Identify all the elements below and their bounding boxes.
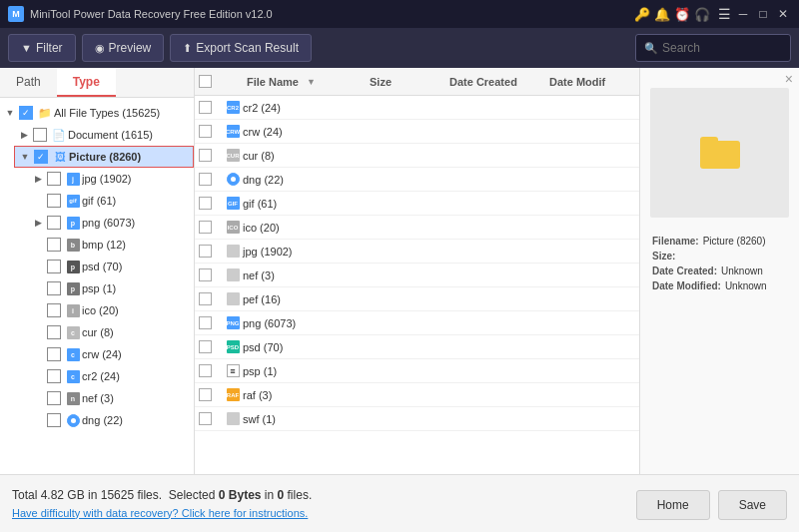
tree-checkbox[interactable] bbox=[47, 325, 61, 339]
tab-path[interactable]: Path bbox=[0, 68, 57, 97]
tree-checkbox[interactable] bbox=[47, 369, 61, 383]
tree-item-picture[interactable]: ▼ ✓ 🖼 Picture (8260) bbox=[14, 146, 194, 168]
tree-checkbox[interactable] bbox=[47, 260, 61, 273]
title-bar: M MiniTool Power Data Recovery Free Edit… bbox=[0, 0, 799, 28]
table-row[interactable]: pef (16) bbox=[195, 287, 639, 311]
help-link[interactable]: Have difficulty with data recovery? Clic… bbox=[12, 507, 308, 519]
save-button[interactable]: Save bbox=[718, 490, 787, 520]
tree-checkbox[interactable] bbox=[47, 238, 61, 252]
file-name: psd (70) bbox=[243, 341, 366, 353]
row-checkbox[interactable] bbox=[199, 340, 212, 353]
table-row[interactable]: RAF raf (3) bbox=[195, 383, 639, 407]
header-date-modified: Date Modif bbox=[545, 76, 635, 88]
row-checkbox[interactable] bbox=[199, 245, 212, 258]
status-bar: Total 4.82 GB in 15625 files. Selected 0… bbox=[0, 474, 799, 532]
row-checkbox[interactable] bbox=[199, 173, 212, 186]
table-row[interactable]: GIF gif (61) bbox=[195, 192, 639, 216]
table-row[interactable]: PNG png (6073) bbox=[195, 311, 639, 335]
tree-item-crw[interactable]: c crw (24) bbox=[28, 343, 194, 365]
menu-icon[interactable]: ☰ bbox=[718, 6, 731, 22]
tree-item-png[interactable]: ▶ p png (6073) bbox=[28, 212, 194, 234]
table-row[interactable]: jpg (1902) bbox=[195, 240, 639, 264]
tree-checkbox[interactable] bbox=[33, 128, 47, 142]
tree-checkbox[interactable] bbox=[47, 413, 61, 427]
expand-icon[interactable]: ▼ bbox=[19, 152, 31, 162]
row-checkbox[interactable] bbox=[199, 197, 212, 210]
table-row[interactable]: CUR cur (8) bbox=[195, 144, 639, 168]
table-row[interactable]: CR2 cr2 (24) bbox=[195, 96, 639, 120]
minimize-button[interactable]: ─ bbox=[735, 6, 751, 22]
tab-type[interactable]: Type bbox=[57, 68, 116, 97]
tree-checkbox[interactable]: ✓ bbox=[19, 106, 33, 120]
folder-icon: 📄 bbox=[52, 128, 66, 142]
tree-label: bmp (12) bbox=[82, 239, 126, 251]
file-icon: p bbox=[66, 260, 80, 273]
row-checkbox[interactable] bbox=[199, 101, 212, 114]
preview-button[interactable]: ◉ Preview bbox=[82, 34, 165, 62]
tree-item-psd[interactable]: p psd (70) bbox=[28, 256, 194, 277]
tree-item-psp[interactable]: p psp (1) bbox=[28, 277, 194, 299]
table-row[interactable]: nef (3) bbox=[195, 264, 639, 287]
file-type-icon: CUR bbox=[223, 149, 243, 162]
tree-item-ico[interactable]: i ico (20) bbox=[28, 299, 194, 321]
tree-item-bmp[interactable]: b bmp (12) bbox=[28, 234, 194, 256]
right-panel: File Name ▼ Size Date Created Date Modif… bbox=[195, 68, 799, 474]
tree-checkbox[interactable] bbox=[47, 194, 61, 208]
table-row[interactable]: dng (22) bbox=[195, 168, 639, 192]
title-bar-controls: 🔑 🔔 ⏰ 🎧 ☰ ─ □ ✕ bbox=[634, 6, 791, 22]
row-checkbox[interactable] bbox=[199, 125, 212, 138]
preview-size-row: Size: bbox=[652, 251, 787, 262]
preview-close-button[interactable]: × bbox=[785, 72, 793, 86]
row-checkbox[interactable] bbox=[199, 388, 212, 401]
preview-folder-icon bbox=[700, 137, 740, 169]
close-button[interactable]: ✕ bbox=[775, 6, 791, 22]
file-type-icon bbox=[223, 173, 243, 186]
tree-checkbox[interactable] bbox=[47, 347, 61, 361]
expand-icon[interactable]: ▶ bbox=[32, 174, 44, 184]
key-icon: 🔑 bbox=[634, 7, 650, 22]
tree-item-dng[interactable]: dng (22) bbox=[28, 409, 194, 431]
select-all-checkbox[interactable] bbox=[199, 75, 212, 88]
tree-checkbox[interactable] bbox=[47, 303, 61, 317]
sort-arrow: ▼ bbox=[307, 77, 316, 87]
row-checkbox[interactable] bbox=[199, 149, 212, 162]
tree-item-document[interactable]: ▶ 📄 Document (1615) bbox=[14, 124, 194, 146]
maximize-button[interactable]: □ bbox=[755, 6, 771, 22]
tree-item-cr2[interactable]: c cr2 (24) bbox=[28, 365, 194, 387]
tree-checkbox[interactable] bbox=[47, 216, 61, 230]
tree-checkbox[interactable] bbox=[47, 391, 61, 405]
expand-icon[interactable]: ▶ bbox=[18, 130, 30, 140]
search-input[interactable] bbox=[662, 41, 782, 55]
table-row[interactable]: PSD psd (70) bbox=[195, 335, 639, 359]
row-checkbox[interactable] bbox=[199, 268, 212, 281]
expand-icon[interactable]: ▼ bbox=[4, 108, 16, 118]
home-button[interactable]: Home bbox=[636, 490, 710, 520]
table-row[interactable]: ≡ psp (1) bbox=[195, 359, 639, 383]
expand-icon[interactable]: ▶ bbox=[32, 218, 44, 228]
file-type-icon: CRW bbox=[223, 125, 243, 138]
tree-item-all[interactable]: ▼ ✓ 📁 All File Types (15625) bbox=[0, 102, 194, 124]
row-checkbox[interactable] bbox=[199, 412, 212, 425]
tree-item-gif[interactable]: gif gif (61) bbox=[28, 190, 194, 212]
tree-label: Document (1615) bbox=[68, 129, 153, 141]
table-row[interactable]: CRW crw (24) bbox=[195, 120, 639, 144]
row-checkbox[interactable] bbox=[199, 364, 212, 377]
export-button[interactable]: ⬆ Export Scan Result bbox=[170, 34, 312, 62]
table-row[interactable]: swf (1) bbox=[195, 407, 639, 431]
table-row[interactable]: ICO ico (20) bbox=[195, 216, 639, 240]
row-checkbox[interactable] bbox=[199, 292, 212, 305]
file-icon: p bbox=[66, 216, 80, 230]
header-filename[interactable]: File Name ▼ bbox=[243, 76, 366, 88]
tree-item-nef[interactable]: n nef (3) bbox=[28, 387, 194, 409]
tree-item-cur[interactable]: c cur (8) bbox=[28, 321, 194, 343]
file-name: dng (22) bbox=[243, 174, 366, 186]
tree-checkbox[interactable] bbox=[47, 172, 61, 186]
filter-button[interactable]: ▼ Filter bbox=[8, 34, 76, 62]
row-checkbox[interactable] bbox=[199, 316, 212, 329]
tree-checkbox[interactable] bbox=[47, 281, 61, 295]
tree-label: nef (3) bbox=[82, 392, 114, 404]
tree-checkbox[interactable]: ✓ bbox=[34, 150, 48, 164]
row-checkbox[interactable] bbox=[199, 221, 212, 234]
tree-label: Picture (8260) bbox=[69, 151, 141, 163]
tree-item-jpg[interactable]: ▶ j jpg (1902) bbox=[28, 168, 194, 190]
